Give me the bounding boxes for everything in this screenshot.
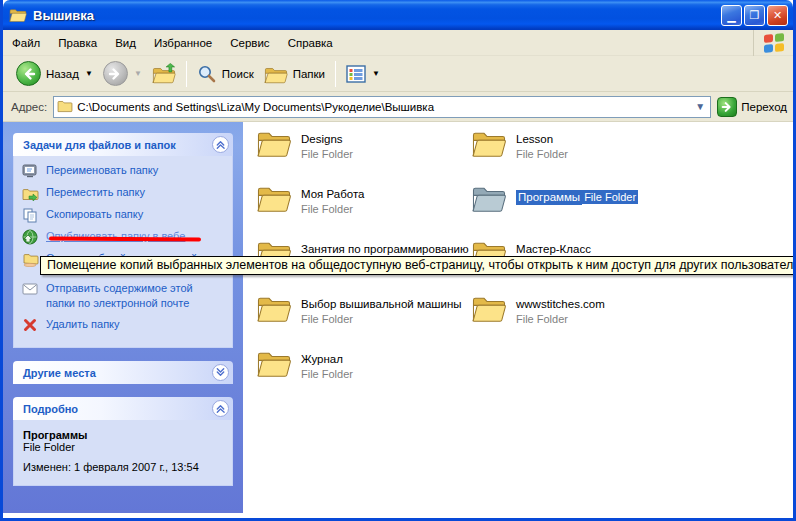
details-header[interactable]: Подробно [13,397,233,420]
file-tasks-header[interactable]: Задачи для файлов и папок [13,133,233,156]
other-places-header[interactable]: Другие места [13,361,233,384]
collapse-button[interactable] [212,136,229,153]
details-panel: Подробно Программы File Folder Изменен: … [13,397,233,486]
up-button[interactable] [147,61,181,87]
task-move-folder[interactable]: Переместить папку [21,185,227,201]
chevron-up-icon [215,403,226,414]
menu-tools[interactable]: Сервис [221,33,278,53]
publish-web-icon [21,229,39,245]
menu-bar: Файл Правка Вид Избранное Сервис Справка [3,30,793,56]
folder-type: File Folder [301,312,462,326]
maximize-button[interactable]: ❒ [744,5,765,26]
other-places-panel: Другие места [13,361,233,384]
expand-button[interactable] [212,364,229,381]
address-folder-icon [57,100,73,113]
go-arrow-icon [717,97,737,117]
address-bar: Адрес: C:\Documents and Settings\Liza\My… [3,92,793,122]
folder-name: Программы [516,190,582,205]
window-folder-icon [9,8,27,23]
folder-tile-lesson[interactable]: LessonFile Folder [471,127,701,182]
forward-icon [103,61,128,86]
close-button[interactable]: ✕ [767,5,788,26]
address-value: C:\Documents and Settings\Liza\My Docume… [77,101,688,113]
task-rename-folder[interactable]: Переименовать папку [21,163,227,179]
file-list-area: DesignsFile Folder LessonFile Folder Моя… [243,122,793,513]
folder-tile-zhurnal[interactable]: ЖурналFile Folder [256,347,471,402]
email-icon [21,281,39,297]
folder-type: File Folder [516,312,605,326]
folder-type: File Folder [301,202,364,216]
share-folder-icon [21,251,39,267]
folder-tile-designs[interactable]: DesignsFile Folder [256,127,471,182]
address-dropdown-icon[interactable]: ▼ [692,98,708,116]
folders-icon [264,63,288,85]
folder-icon [471,295,507,324]
folder-icon [471,130,507,159]
folder-icon [256,295,292,324]
folder-up-icon [152,63,176,85]
menu-favorites[interactable]: Избранное [145,33,221,53]
menu-view[interactable]: Вид [106,33,145,53]
menu-edit[interactable]: Правка [49,33,106,53]
details-body: Программы File Folder Изменен: 1 февраля… [13,420,233,486]
address-label: Адрес: [11,101,47,113]
forward-button[interactable]: ▼ [98,59,147,88]
folder-type: File Folder [301,367,353,381]
back-button[interactable]: Назад ▼ [11,59,98,88]
views-dropdown-icon[interactable]: ▼ [372,69,380,78]
search-label: Поиск [222,68,254,80]
folder-icon [256,130,292,159]
details-item-name: Программы [23,429,224,441]
folders-button[interactable]: Папки [259,61,330,87]
views-button[interactable]: ▼ [341,63,385,85]
forward-dropdown-icon: ▼ [134,69,142,78]
folder-name: Журнал [301,352,353,367]
task-delete-folder[interactable]: Удалить папку [21,317,227,333]
folder-tile-moya-rabota[interactable]: Моя РаботаFile Folder [256,182,471,237]
task-email-folder[interactable]: Отправить содержимое этой папки по элект… [21,281,227,311]
folder-tile-vybor-mashiny[interactable]: Выбор вышивальной машиныFile Folder [256,292,471,347]
views-icon [346,65,366,83]
go-label: Переход [741,101,787,113]
search-icon [197,64,217,84]
task-label: Удалить папку [46,317,120,332]
move-folder-icon [21,185,39,201]
folder-tile-programmy[interactable]: ПрограммыFile Folder [471,182,701,237]
minimize-button[interactable]: ▁ [721,5,742,26]
chevron-up-icon [215,139,226,150]
folder-type: File Folder [301,147,353,161]
rename-icon [21,163,39,179]
details-item-type: File Folder [23,441,224,453]
menu-file[interactable]: Файл [3,33,49,53]
folder-name: Занятия по программированию [301,242,469,257]
toolbar: Назад ▼ ▼ Поиск [3,56,793,92]
collapse-button[interactable] [212,400,229,417]
details-modified: Изменен: 1 февраля 2007 г., 13:54 [23,461,224,473]
window-title: Вышивка [33,8,719,23]
toolbar-separator [186,61,187,87]
folder-icon [256,185,292,214]
folder-tile-wwwstitches[interactable]: wwwstitches.comFile Folder [471,292,701,347]
task-label: Скопировать папку [46,207,143,222]
task-label: Отправить содержимое этой папки по элект… [46,281,198,311]
back-dropdown-icon[interactable]: ▼ [85,69,93,78]
other-places-title: Другие места [23,367,96,379]
details-title: Подробно [23,403,78,415]
title-bar: Вышивка ▁ ❒ ✕ [3,0,793,30]
search-button[interactable]: Поиск [192,62,259,86]
chevron-down-icon [215,367,226,378]
task-copy-folder[interactable]: Скопировать папку [21,207,227,223]
file-tasks-title: Задачи для файлов и папок [23,139,176,151]
menu-help[interactable]: Справка [279,33,342,53]
task-label: Переместить папку [46,185,145,200]
explorer-window: Вышивка ▁ ❒ ✕ Файл Правка Вид Избранное … [0,0,796,521]
toolbar-separator [335,61,336,87]
go-button[interactable]: Переход [717,97,787,117]
folders-label: Папки [293,68,325,80]
copy-icon [21,207,39,223]
address-input[interactable]: C:\Documents and Settings\Liza\My Docume… [53,96,711,118]
file-tasks-body: Переименовать папку Переместить папку Ск… [13,156,233,348]
folder-name: Выбор вышивальной машины [301,297,462,312]
folder-type: File Folder [516,147,568,161]
back-label: Назад [46,68,79,80]
